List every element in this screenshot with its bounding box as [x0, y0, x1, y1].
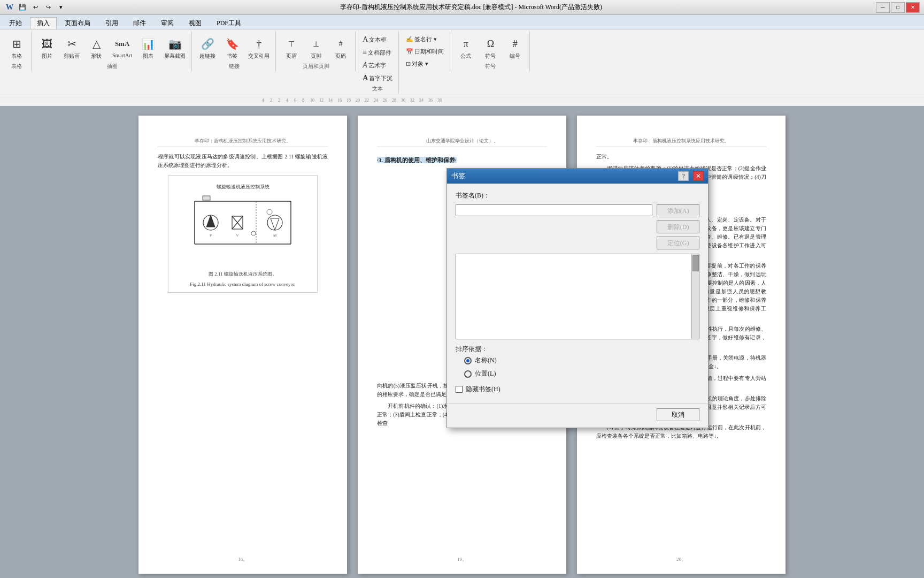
svg-text:24: 24	[374, 98, 378, 103]
picture-icon: 🖼	[38, 35, 56, 52]
signline-btn[interactable]: ✍ 签名行 ▾	[403, 34, 440, 45]
chart-icon: 📊	[140, 35, 157, 52]
svg-text:8: 8	[302, 98, 304, 103]
svg-text:20: 20	[356, 98, 360, 103]
dialog-close-btn[interactable]: ✕	[693, 171, 704, 181]
hyperlink-label: 超链接	[199, 52, 215, 60]
page2-footer: 19。	[358, 556, 566, 563]
tab-review[interactable]: 审阅	[154, 17, 181, 29]
bookmark-name-row: 书签名(B)：	[456, 191, 699, 200]
smartart-icon: SmA	[114, 35, 131, 52]
dialog-body: 书签名(B)： 添加(A) 删除(D) 定位(G)	[447, 184, 708, 404]
dialog-help-btn[interactable]: ?	[678, 171, 689, 181]
bookmark-label: 书签	[227, 52, 237, 60]
object-label: 对象 ▾	[412, 60, 428, 68]
symbol-btn[interactable]: Ω 符号	[479, 34, 502, 62]
maximize-btn[interactable]: □	[891, 2, 905, 13]
bookmark-listbox[interactable]	[456, 254, 699, 339]
crossref-label: 交叉引用	[248, 52, 270, 60]
smartart-btn[interactable]: SmA SmartArt	[110, 34, 135, 60]
hide-bookmark-checkbox[interactable]	[456, 386, 463, 393]
dropcap-btn[interactable]: A 首字下沉	[360, 72, 395, 84]
add-btn[interactable]: 添加(A)	[657, 204, 699, 217]
docparts-btn[interactable]: ≡ 文档部件	[360, 47, 394, 58]
svg-text:28: 28	[392, 98, 396, 103]
object-btn[interactable]: ⊡ 对象 ▾	[403, 58, 431, 70]
shapes-btn[interactable]: △ 形状	[85, 34, 107, 62]
word-logo: W	[4, 2, 15, 13]
diagram-caption-en: Fig.2.11 Hydraulic system diagram of scr…	[173, 280, 313, 288]
tab-layout[interactable]: 页面布局	[58, 17, 97, 29]
symbol-icon: Ω	[482, 35, 499, 52]
close-btn[interactable]: ✕	[906, 2, 920, 13]
dropcap-icon: A	[363, 74, 368, 82]
page3-normal: 正常。	[596, 153, 766, 161]
table-icon: ⊞	[8, 35, 25, 52]
redo-btn[interactable]: ↪	[43, 2, 53, 13]
undo-btn[interactable]: ↩	[30, 2, 41, 13]
customize-btn[interactable]: ▾	[56, 2, 66, 13]
tab-home[interactable]: 开始	[2, 17, 29, 29]
input-row: 添加(A) 删除(D) 定位(G)	[456, 204, 699, 249]
sort-name-radio[interactable]	[464, 357, 472, 364]
sort-name-row: 名称(N)	[464, 356, 699, 365]
group-symbol-label: 符号	[485, 63, 496, 70]
wordart-btn[interactable]: A 艺术字	[360, 59, 389, 71]
ribbon-content: ⊞ 表格 表格 🖼 图片 ✂ 剪贴画 △ 形状	[0, 29, 924, 95]
diagram-svg: 螺旋输送机液压控制系统	[173, 180, 312, 265]
group-illustration-label: 插图	[107, 63, 118, 70]
listbox-scrollbar[interactable]	[691, 254, 699, 339]
datetime-btn[interactable]: 📅 日期和时间	[403, 46, 446, 57]
chart-label: 图表	[143, 52, 153, 60]
pagenum-btn[interactable]: # 页码	[329, 34, 352, 62]
sort-pos-radio[interactable]	[464, 370, 472, 378]
crossref-btn[interactable]: † 交叉引用	[245, 34, 272, 62]
tab-references[interactable]: 引用	[98, 17, 125, 29]
clipart-btn[interactable]: ✂ 剪贴画	[60, 34, 83, 62]
symbol-label: 符号	[485, 52, 496, 60]
screenshot-btn[interactable]: 📷 屏幕截图	[161, 34, 188, 62]
table-btn[interactable]: ⊞ 表格	[5, 34, 28, 62]
tab-pdf[interactable]: PDF工具	[210, 17, 248, 29]
screenshot-label: 屏幕截图	[164, 52, 186, 60]
header-icon: ⊤	[283, 35, 300, 52]
object-icon: ⊡	[406, 60, 411, 67]
svg-text:P: P	[210, 233, 212, 238]
minimize-btn[interactable]: ─	[876, 2, 890, 13]
tab-view[interactable]: 视图	[182, 17, 209, 29]
docparts-label: 文档部件	[368, 49, 391, 57]
svg-text:38: 38	[437, 98, 442, 103]
svg-text:2: 2	[278, 98, 280, 103]
doc-page-1: 李存印：盾构机液压控制系统应用技术研究。 程序就可以实现液压马达的多级调速控制。…	[138, 116, 347, 574]
group-text-label: 文本	[372, 85, 383, 93]
bookmark-dialog[interactable]: 书签 ? ✕ 书签名(B)： 添加(A) 删除(D) 定位(G)	[446, 168, 709, 428]
bookmark-btn[interactable]: 🔖 书签	[221, 34, 243, 62]
save-btn[interactable]: 💾	[17, 2, 28, 13]
cancel-btn[interactable]: 取消	[657, 408, 699, 421]
hyperlink-btn[interactable]: 🔗 超链接	[196, 34, 219, 62]
group-signature: ✍ 签名行 ▾ 📅 日期和时间 ⊡ 对象 ▾	[400, 32, 450, 72]
textbox-btn[interactable]: A 文本框	[360, 34, 389, 45]
bookmark-name-input[interactable]	[456, 204, 652, 216]
equation-btn[interactable]: π 公式	[455, 34, 477, 62]
svg-rect-35	[203, 196, 210, 200]
picture-btn[interactable]: 🖼 图片	[36, 34, 58, 62]
delete-btn[interactable]: 删除(D)	[657, 220, 699, 233]
locate-btn[interactable]: 定位(G)	[657, 237, 699, 249]
svg-text:4: 4	[286, 98, 288, 103]
number-btn[interactable]: # 编号	[504, 34, 526, 62]
header-btn[interactable]: ⊤ 页眉	[280, 34, 303, 62]
svg-text:2: 2	[270, 98, 272, 103]
dialog-titlebar: 书签 ? ✕	[447, 169, 708, 184]
svg-text:14: 14	[328, 98, 333, 103]
group-link-label: 链接	[229, 63, 240, 70]
wordart-icon: A	[363, 61, 367, 70]
ribbon: 开始 插入 页面布局 引用 邮件 审阅 视图 PDF工具 ⊞ 表格 表格 🖼 图…	[0, 15, 924, 95]
tab-mailings[interactable]: 邮件	[126, 17, 153, 29]
group-hf-label: 页眉和页脚	[303, 63, 329, 70]
chart-btn[interactable]: 📊 图表	[137, 34, 159, 62]
table-label: 表格	[11, 52, 22, 60]
tab-insert[interactable]: 插入	[30, 17, 57, 29]
header-label: 页眉	[286, 52, 297, 60]
footer-btn[interactable]: ⊥ 页脚	[305, 34, 327, 62]
